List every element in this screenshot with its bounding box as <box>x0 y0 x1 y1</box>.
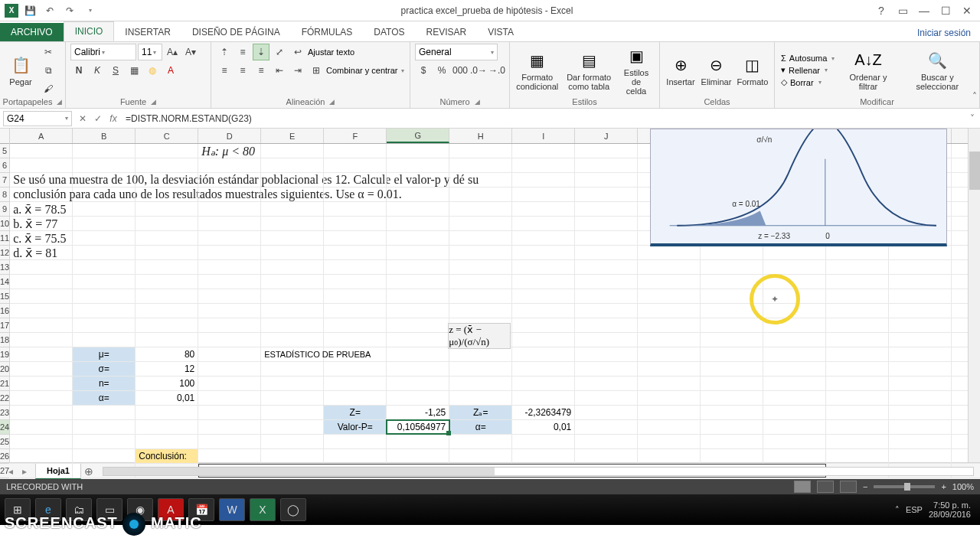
cell[interactable] <box>324 435 387 448</box>
cell[interactable] <box>512 318 575 332</box>
cell[interactable] <box>10 260 73 274</box>
cell[interactable] <box>73 449 136 463</box>
cell[interactable] <box>763 260 826 274</box>
cell[interactable] <box>889 246 952 259</box>
cell[interactable] <box>826 289 889 303</box>
cell[interactable]: Conclusión: <box>136 449 198 463</box>
cell[interactable]: Valor-P= <box>324 420 387 434</box>
cell[interactable] <box>73 187 136 201</box>
cell[interactable] <box>10 333 73 347</box>
cell[interactable] <box>136 289 198 303</box>
cell[interactable] <box>10 362 73 376</box>
row-header-6[interactable]: 6 <box>0 158 9 173</box>
cell[interactable] <box>826 377 889 390</box>
cell[interactable] <box>575 289 638 303</box>
cell[interactable] <box>512 231 575 245</box>
increase-font-icon[interactable]: A▴ <box>164 44 181 60</box>
cell[interactable] <box>826 406 889 419</box>
col-header-J[interactable]: J <box>575 129 638 143</box>
col-header-C[interactable]: C <box>136 129 198 143</box>
cell[interactable] <box>261 144 324 158</box>
col-header-E[interactable]: E <box>261 129 324 143</box>
cell[interactable] <box>198 231 261 245</box>
help-icon[interactable]: ? <box>871 2 891 19</box>
percent-icon[interactable]: % <box>433 62 450 79</box>
cell[interactable] <box>512 391 575 405</box>
borders-icon[interactable]: ▦ <box>126 62 142 79</box>
cell[interactable] <box>10 391 73 405</box>
cell[interactable] <box>261 362 324 376</box>
tray-lang[interactable]: ESP <box>906 505 923 514</box>
cell[interactable] <box>73 406 136 419</box>
cell[interactable] <box>136 144 198 158</box>
cell[interactable] <box>136 333 198 347</box>
cell[interactable] <box>261 260 324 274</box>
cell[interactable] <box>638 275 701 289</box>
cell[interactable] <box>261 406 324 419</box>
cell[interactable] <box>826 333 889 347</box>
cell[interactable]: -2,3263479 <box>512 406 575 419</box>
cell[interactable] <box>387 435 449 448</box>
decrease-indent-icon[interactable]: ⇤ <box>271 62 288 79</box>
cell[interactable] <box>826 435 889 448</box>
align-bottom-icon[interactable]: ⇣ <box>253 44 270 60</box>
cell[interactable] <box>198 449 261 463</box>
cell[interactable] <box>449 304 512 318</box>
cell[interactable] <box>826 260 889 274</box>
cell[interactable] <box>512 449 575 463</box>
cell[interactable] <box>136 318 198 332</box>
cell[interactable] <box>261 304 324 318</box>
row-header-24[interactable]: 24 <box>0 420 9 435</box>
cell[interactable] <box>449 246 512 259</box>
cell-styles-button[interactable]: ▣Estilos de celda <box>618 44 655 97</box>
cell[interactable] <box>198 304 261 318</box>
cell[interactable] <box>763 333 826 347</box>
cell[interactable] <box>512 362 575 376</box>
cell[interactable] <box>449 202 512 216</box>
cell[interactable] <box>638 391 701 405</box>
cell[interactable] <box>449 260 512 274</box>
cell[interactable] <box>512 217 575 230</box>
redo-icon[interactable]: ↷ <box>61 2 78 19</box>
cell[interactable] <box>638 420 701 434</box>
find-select-button[interactable]: 🔍Buscar y seleccionar <box>900 48 975 93</box>
cell[interactable] <box>512 304 575 318</box>
cell[interactable] <box>198 217 261 230</box>
cell[interactable] <box>198 347 261 361</box>
cell[interactable]: 0,01 <box>512 420 575 434</box>
cell[interactable] <box>449 144 512 158</box>
cell[interactable] <box>198 275 261 289</box>
cell[interactable] <box>387 187 449 201</box>
cell[interactable] <box>575 231 638 245</box>
recorder-icon[interactable]: ◯ <box>280 498 306 521</box>
row-header-13[interactable]: 13 <box>0 260 9 275</box>
cell[interactable]: -1,25 <box>387 406 449 419</box>
cell[interactable] <box>387 318 449 332</box>
cell[interactable] <box>701 260 763 274</box>
autosum-button[interactable]: ΣAutosuma▾ <box>779 53 836 64</box>
cell[interactable]: μ= <box>73 347 136 361</box>
align-center-icon[interactable]: ≡ <box>234 62 251 79</box>
cell[interactable] <box>387 304 449 318</box>
fill-button[interactable]: ▾Rellenar▾ <box>779 64 836 76</box>
cell[interactable] <box>763 420 826 434</box>
dialog-launcher-icon[interactable]: ◢ <box>329 98 335 106</box>
cell[interactable] <box>889 318 952 332</box>
cell[interactable] <box>324 318 387 332</box>
cell[interactable] <box>136 420 198 434</box>
cell[interactable] <box>73 333 136 347</box>
cell[interactable] <box>889 362 952 376</box>
row-header-18[interactable]: 18 <box>0 333 9 347</box>
col-header-F[interactable]: F <box>324 129 387 143</box>
cell[interactable] <box>198 173 261 187</box>
cell[interactable] <box>575 318 638 332</box>
col-header-D[interactable]: D <box>198 129 261 143</box>
cell[interactable] <box>889 289 952 303</box>
cell[interactable] <box>575 187 638 201</box>
tray-clock[interactable]: 7:50 p. m.28/09/2016 <box>929 500 971 519</box>
cell[interactable] <box>575 304 638 318</box>
cell[interactable] <box>136 158 198 172</box>
cell[interactable]: Se usó una muestra de 100, la desviación… <box>10 173 73 187</box>
cell[interactable] <box>73 260 136 274</box>
row-header-27[interactable]: 27 <box>0 464 9 478</box>
